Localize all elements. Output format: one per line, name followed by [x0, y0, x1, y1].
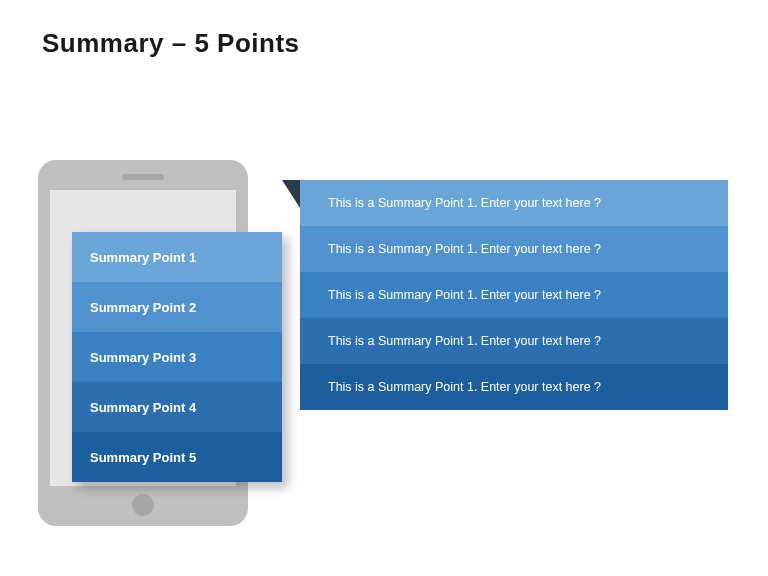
summary-label-2: Summary Point 2: [72, 282, 282, 332]
summary-detail-1: This is a Summary Point 1. Enter your te…: [300, 180, 728, 226]
summary-label-4: Summary Point 4: [72, 382, 282, 432]
summary-label-5: Summary Point 5: [72, 432, 282, 482]
panel-fold-icon: [282, 180, 300, 208]
slide-title: Summary – 5 Points: [42, 28, 300, 59]
summary-detail-3: This is a Summary Point 1. Enter your te…: [300, 272, 728, 318]
summary-label-3: Summary Point 3: [72, 332, 282, 382]
summary-detail-panel: This is a Summary Point 1. Enter your te…: [300, 180, 728, 410]
summary-detail-5: This is a Summary Point 1. Enter your te…: [300, 364, 728, 410]
phone-speaker-icon: [122, 174, 164, 180]
summary-label-1: Summary Point 1: [72, 232, 282, 282]
summary-labels-stack: Summary Point 1 Summary Point 2 Summary …: [72, 232, 282, 482]
summary-detail-2: This is a Summary Point 1. Enter your te…: [300, 226, 728, 272]
summary-detail-4: This is a Summary Point 1. Enter your te…: [300, 318, 728, 364]
phone-home-button-icon: [132, 494, 154, 516]
